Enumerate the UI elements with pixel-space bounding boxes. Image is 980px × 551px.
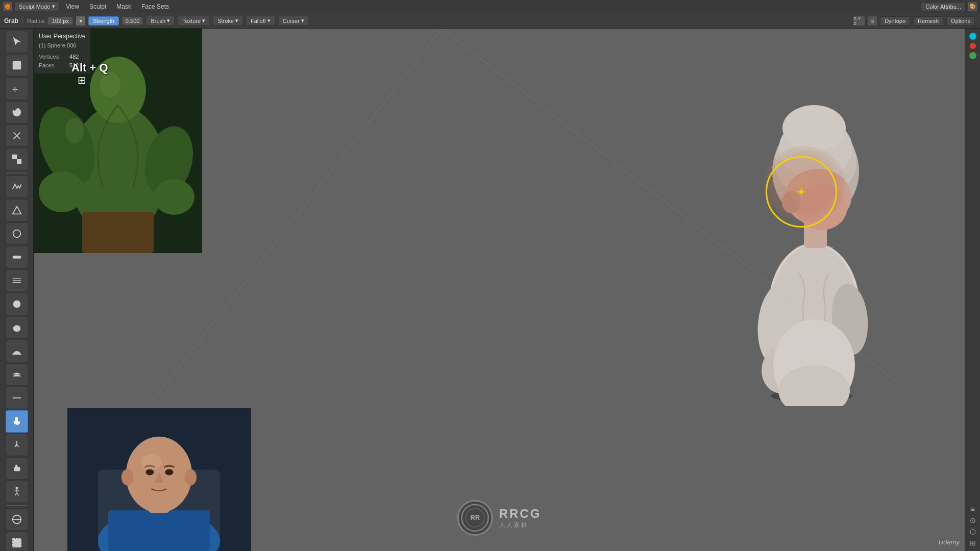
tool-rotate[interactable]: [6, 101, 28, 123]
tool-clay[interactable]: [6, 222, 28, 245]
svg-point-68: [184, 469, 197, 486]
udemy-badge: Udemy: [939, 538, 960, 546]
right-icon-1[interactable]: ≡: [970, 505, 974, 513]
svg-point-67: [121, 469, 134, 486]
cursor-chevron: ▾: [301, 17, 304, 24]
shortcut-hint: Alt + Q: [71, 61, 108, 74]
divider1: [22, 16, 23, 26]
sculpt-model: [720, 39, 903, 406]
cursor-label: Cursor: [283, 18, 300, 24]
right-icon-4[interactable]: ⊞: [970, 539, 976, 547]
stroke-btn[interactable]: Stroke ▾: [213, 16, 243, 26]
svg-rect-21: [12, 539, 21, 547]
svg-point-55: [796, 184, 847, 230]
color-icon[interactable]: 🎨: [968, 2, 977, 11]
tool-grab[interactable]: [6, 410, 28, 433]
logo-text-main: RRCG: [499, 507, 542, 521]
svg-point-12: [13, 300, 20, 308]
falloff-label: Falloff: [251, 18, 266, 24]
axis-lock-icon[interactable]: X Y Z: [853, 16, 865, 26]
remesh-btn[interactable]: Remesh: [913, 16, 943, 26]
svg-point-7: [13, 230, 20, 238]
viewport[interactable]: RR RRCG 人人素材: [34, 29, 965, 551]
logo-circle: RR: [457, 500, 493, 536]
falloff-btn[interactable]: Falloff ▾: [246, 16, 275, 26]
indicator-green[interactable]: [969, 52, 976, 59]
tool-draw-sharp[interactable]: [6, 199, 28, 221]
strength-value[interactable]: 0.500: [122, 17, 143, 25]
svg-point-56: [782, 191, 800, 213]
svg-point-15: [16, 487, 18, 489]
radius-label: Radius: [27, 18, 44, 24]
mode-chevron: ▾: [52, 3, 55, 10]
udemy-text: Udemy: [939, 538, 960, 546]
tool-move[interactable]: ✛: [6, 78, 28, 100]
vertices-label: Vertices: [39, 53, 65, 62]
radius-icon[interactable]: ●: [76, 16, 85, 26]
tool-blob[interactable]: [6, 316, 28, 339]
right-icon-2[interactable]: ⊙: [970, 516, 976, 524]
tool-flatten[interactable]: [6, 387, 28, 409]
mode-dropdown[interactable]: Sculpt Mode ▾: [14, 2, 60, 11]
toolbar: Grab Radius 102 px ● Strength 0.500 Brus…: [0, 13, 980, 29]
brush-label: Brush: [151, 18, 165, 24]
right-panel: ≡ ⊙ ⬡ ⊞: [965, 29, 980, 551]
svg-text:✛: ✛: [12, 86, 17, 93]
indicator-red[interactable]: [970, 43, 976, 49]
logo-text-sub: 人人素材: [499, 521, 542, 530]
faces-label: Faces: [39, 61, 65, 70]
tool-crease[interactable]: [6, 340, 28, 362]
menu-mask[interactable]: Mask: [112, 2, 135, 11]
right-icon-3[interactable]: ⬡: [970, 528, 976, 536]
tool-snake-hook[interactable]: [6, 434, 28, 456]
top-menu-bar: Sculpt Mode ▾ View Sculpt Mask Face Sets…: [0, 0, 980, 13]
proportional-icon[interactable]: ⊙: [868, 16, 877, 26]
svg-rect-5: [12, 155, 16, 159]
tool-cursor[interactable]: [6, 31, 28, 53]
svg-text:RR: RR: [470, 514, 480, 521]
svg-rect-1: [13, 62, 20, 69]
tool-scale[interactable]: [6, 124, 28, 147]
tool-mask[interactable]: [6, 508, 28, 531]
radius-value[interactable]: 102 px: [47, 17, 73, 25]
svg-point-13: [13, 325, 20, 332]
tool-inflate[interactable]: [6, 293, 28, 315]
svg-line-18: [15, 493, 17, 496]
menu-sculpt[interactable]: Sculpt: [85, 2, 110, 11]
brush-btn[interactable]: Brush ▾: [146, 16, 175, 26]
options-btn[interactable]: Options: [946, 16, 975, 26]
svg-point-71: [141, 455, 162, 470]
tool-transform[interactable]: [6, 148, 28, 170]
svg-point-70: [165, 469, 173, 475]
color-attribute-btn[interactable]: Color Attribu...: [921, 2, 966, 11]
tool-thumb[interactable]: [6, 457, 28, 480]
tool-pose[interactable]: [6, 481, 28, 503]
tool-layer[interactable]: [6, 269, 28, 292]
strength-btn[interactable]: Strength: [88, 16, 119, 26]
view-label: User Perspective: [39, 32, 85, 41]
texture-label: Texture: [182, 18, 201, 24]
tool-smooth[interactable]: [6, 363, 28, 386]
tool-select-box[interactable]: [6, 54, 28, 77]
brush-name: Grab: [4, 17, 18, 24]
menu-view[interactable]: View: [62, 2, 83, 11]
brush-chevron: ▾: [167, 17, 170, 24]
indicator-cyan[interactable]: [969, 33, 976, 40]
menu-face-sets[interactable]: Face Sets: [137, 2, 173, 11]
svg-point-0: [5, 4, 11, 9]
tool-box-mask[interactable]: [6, 532, 28, 551]
left-tool-panel: ✛: [0, 29, 34, 551]
app-icon[interactable]: [3, 2, 12, 11]
tool-clay-strips[interactable]: [6, 246, 28, 268]
falloff-chevron: ▾: [267, 17, 271, 24]
mode-label: Sculpt Mode: [19, 4, 50, 10]
texture-chevron: ▾: [202, 17, 205, 24]
cursor-btn[interactable]: Cursor ▾: [278, 16, 309, 26]
dyntopo-btn[interactable]: Dyntopo: [880, 16, 910, 26]
shortcut-icon: ⊞: [78, 74, 86, 86]
svg-line-19: [17, 493, 19, 496]
texture-btn[interactable]: Texture ▾: [178, 16, 210, 26]
tool-draw[interactable]: [6, 176, 28, 198]
svg-point-53: [782, 105, 846, 151]
object-label: (1) Sphere.006: [39, 41, 85, 51]
